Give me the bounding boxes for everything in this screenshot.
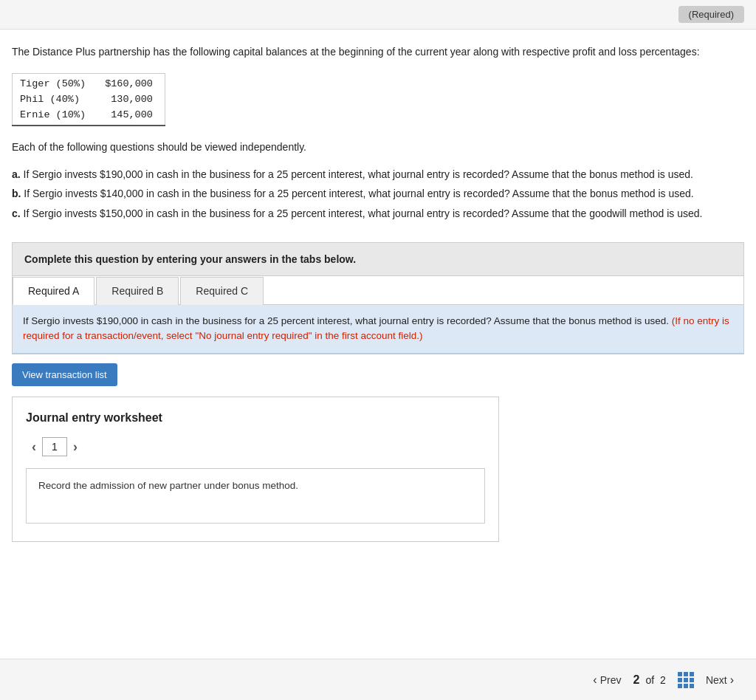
prev-button[interactable]: ‹ Prev	[593, 673, 621, 687]
tabs-header: Required ARequired BRequired C	[13, 276, 743, 305]
next-button[interactable]: Next ›	[706, 673, 734, 687]
tabs-container: Required ARequired BRequired C If Sergio…	[12, 276, 744, 354]
questions-list: a. If Sergio invests $190,000 in cash in…	[12, 166, 744, 222]
worksheet-nav: ‹ 1 ›	[26, 437, 485, 456]
page-separator: of	[645, 674, 654, 686]
total-pages: 2	[660, 674, 666, 686]
required-button[interactable]: (Required)	[678, 6, 744, 23]
tab-required-c[interactable]: Required C	[180, 277, 264, 305]
question-letter: c.	[12, 207, 24, 219]
journal-worksheet-title: Journal entry worksheet	[26, 411, 485, 426]
worksheet-page-number: 1	[42, 437, 67, 456]
journal-worksheet: Journal entry worksheet ‹ 1 › Record the…	[12, 397, 499, 543]
question-letter: a.	[12, 168, 24, 180]
view-transaction-button[interactable]: View transaction list	[12, 363, 117, 386]
tab-content-area: If Sergio invests $190,000 in cash in th…	[13, 305, 743, 354]
partner-amount: 130,000	[97, 92, 165, 107]
worksheet-next-arrow[interactable]: ›	[67, 439, 83, 455]
top-bar: (Required)	[0, 0, 756, 30]
next-arrow-icon: ›	[730, 673, 734, 687]
question-item: a. If Sergio invests $190,000 in cash in…	[12, 166, 744, 182]
complete-question-box: Complete this question by entering your …	[12, 242, 744, 276]
bottom-navigation: ‹ Prev 2 of 2 Next ›	[0, 659, 756, 700]
intro-paragraph: The Distance Plus partnership has the fo…	[12, 44, 744, 60]
current-page: 2	[633, 673, 639, 687]
record-instruction-box: Record the admission of new partner unde…	[26, 468, 485, 524]
next-label: Next	[706, 674, 727, 686]
capital-table-row: Phil (40%)130,000	[13, 92, 165, 107]
question-letter: b.	[12, 188, 24, 199]
partner-name: Tiger (50%)	[13, 74, 98, 92]
capital-table-row: Tiger (50%)$160,000	[13, 74, 165, 92]
partner-amount: $160,000	[97, 74, 165, 92]
partner-name: Phil (40%)	[13, 92, 98, 107]
independent-text: Each of the following questions should b…	[12, 141, 744, 153]
tab-main-text: If Sergio invests $190,000 in cash in th…	[23, 315, 669, 326]
partner-name: Ernie (10%)	[13, 107, 98, 126]
main-content: The Distance Plus partnership has the fo…	[0, 30, 756, 601]
tab-required-b[interactable]: Required B	[96, 277, 179, 305]
capital-table: Tiger (50%)$160,000Phil (40%)130,000Erni…	[12, 73, 165, 126]
complete-question-text: Complete this question by entering your …	[24, 253, 356, 265]
partner-amount: 145,000	[97, 107, 165, 126]
question-item: c. If Sergio invests $150,000 in cash in…	[12, 205, 744, 222]
question-item: b. If Sergio invests $140,000 in cash in…	[12, 185, 744, 202]
page-indicator: 2 of 2	[633, 673, 665, 687]
prev-label: Prev	[600, 674, 622, 686]
tab-required-a[interactable]: Required A	[13, 277, 94, 305]
grid-view-icon[interactable]	[678, 672, 694, 688]
worksheet-prev-arrow[interactable]: ‹	[26, 439, 42, 455]
record-instruction-text: Record the admission of new partner unde…	[38, 480, 298, 491]
prev-arrow-icon: ‹	[593, 673, 597, 687]
capital-table-row: Ernie (10%)145,000	[13, 107, 165, 126]
